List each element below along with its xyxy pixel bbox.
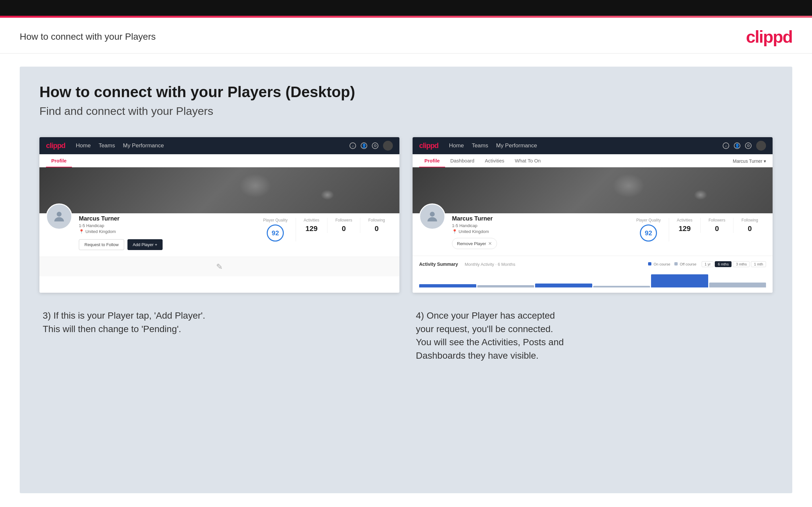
activity-summary: Activity Summary Monthly Activity · 6 Mo… <box>413 256 773 293</box>
left-nav-logo: clippd <box>46 142 65 150</box>
user-icon[interactable]: 👤 <box>361 143 367 149</box>
caption-left: 3) If this is your Player tap, 'Add Play… <box>39 309 399 362</box>
activity-header: Activity Summary Monthly Activity · 6 Mo… <box>419 261 766 267</box>
right-player-handicap: 1-5 Handicap <box>452 223 622 228</box>
chart-bar-6 <box>709 283 766 287</box>
activity-title-group: Activity Summary Monthly Activity · 6 Mo… <box>419 261 515 267</box>
left-player-location: 📍 United Kingdom <box>79 229 249 234</box>
filter-1mth[interactable]: 1 mth <box>751 261 766 267</box>
caption-right: 4) Once your Player has acceptedyour req… <box>413 309 773 362</box>
avatar-icon-svg <box>52 209 66 224</box>
screenshot-left: clippd Home Teams My Performance ⌕ 👤 ⚙ P… <box>39 137 399 293</box>
right-nav-teams[interactable]: Teams <box>472 143 488 149</box>
left-nav-icons: ⌕ 👤 ⚙ <box>350 141 393 151</box>
time-filters: 1 yr 6 mths 3 mths 1 mth <box>702 261 766 267</box>
tab-profile-right[interactable]: Profile <box>419 155 445 167</box>
clippd-logo: clippd <box>746 27 792 47</box>
request-follow-button[interactable]: Request to Follow <box>79 239 124 250</box>
top-bar <box>0 0 812 16</box>
right-quality-circle: 92 <box>640 224 657 241</box>
scroll-icon: ✎ <box>216 262 223 271</box>
right-nav-icons: ⌕ 👤 ⚙ <box>723 141 766 151</box>
caption-right-text: 4) Once your Player has acceptedyour req… <box>416 309 769 362</box>
right-player-details: Marcus Turner 1-5 Handicap 📍 United King… <box>452 204 622 249</box>
right-nav-home[interactable]: Home <box>449 143 464 149</box>
right-player-name: Marcus Turner <box>452 215 622 222</box>
left-stat-activities: Activities 129 <box>296 218 327 233</box>
user-icon-right[interactable]: 👤 <box>734 143 741 149</box>
left-nav-teams[interactable]: Teams <box>99 143 115 149</box>
right-stat-quality: Player Quality 92 <box>628 218 669 241</box>
player-dropdown[interactable]: Marcus Turner ▾ <box>733 155 766 167</box>
screenshot-right: clippd Home Teams My Performance ⌕ 👤 ⚙ P… <box>413 137 773 293</box>
on-course-legend: On course <box>648 262 670 266</box>
right-stat-following: Following 0 <box>733 218 766 233</box>
chevron-down-icon: ▾ <box>764 159 766 164</box>
chart-bar-3 <box>535 284 592 288</box>
tab-profile-left[interactable]: Profile <box>46 155 72 167</box>
screenshots-row: clippd Home Teams My Performance ⌕ 👤 ⚙ P… <box>39 137 773 293</box>
close-icon: ✕ <box>488 241 492 246</box>
settings-icon-right[interactable]: ⚙ <box>745 143 752 149</box>
left-buttons: Request to Follow Add Player + <box>79 239 249 250</box>
scroll-indicator: ✎ <box>39 257 399 276</box>
filter-3mths[interactable]: 3 mths <box>733 261 750 267</box>
right-stats: Player Quality 92 Activities 129 Followe… <box>628 204 766 241</box>
right-tabs: Profile Dashboard Activities What To On … <box>413 154 773 167</box>
left-stat-quality: Player Quality 92 <box>255 218 296 241</box>
search-icon-right[interactable]: ⌕ <box>723 143 729 149</box>
right-nav-myperformance[interactable]: My Performance <box>496 143 537 149</box>
chart-bar-2 <box>477 285 535 288</box>
right-nav-logo: clippd <box>419 142 439 150</box>
header-title: How to connect with your Players <box>20 32 156 42</box>
left-tabs: Profile <box>39 154 399 167</box>
left-nav-myperformance[interactable]: My Performance <box>123 143 164 149</box>
right-nav: clippd Home Teams My Performance ⌕ 👤 ⚙ <box>413 137 773 154</box>
header: How to connect with your Players clippd <box>0 18 812 54</box>
tab-whattoon-right[interactable]: What To On <box>509 155 546 167</box>
tab-activities-right[interactable]: Activities <box>479 155 509 167</box>
remove-player-button[interactable]: Remove Player ✕ <box>452 238 497 249</box>
caption-left-text: 3) If this is your Player tap, 'Add Play… <box>43 309 396 336</box>
right-player-location: 📍 United Kingdom <box>452 229 622 234</box>
left-player-name: Marcus Turner <box>79 215 249 222</box>
add-player-button[interactable]: Add Player + <box>128 239 163 250</box>
filter-1yr[interactable]: 1 yr <box>702 261 713 267</box>
left-avatar <box>46 204 72 230</box>
right-location-pin-icon: 📍 <box>452 229 457 234</box>
right-profile-info: Marcus Turner 1-5 Handicap 📍 United King… <box>413 204 773 256</box>
svg-point-0 <box>57 212 62 217</box>
right-avatar-icon-svg <box>425 209 440 224</box>
chart-bar-5 <box>651 274 708 287</box>
activity-chart <box>419 271 766 287</box>
avatar-icon[interactable] <box>383 141 393 151</box>
off-course-dot <box>674 262 678 266</box>
activity-subtitle: Monthly Activity · 6 Months <box>465 262 515 267</box>
settings-icon[interactable]: ⚙ <box>372 143 378 149</box>
left-player-handicap: 1-5 Handicap <box>79 223 249 228</box>
left-stat-followers: Followers 0 <box>327 218 360 233</box>
captions-row: 3) If this is your Player tap, 'Add Play… <box>39 309 773 362</box>
search-icon[interactable]: ⌕ <box>350 143 356 149</box>
right-avatar <box>419 204 445 230</box>
location-pin-icon: 📍 <box>79 229 84 234</box>
left-stat-following: Following 0 <box>360 218 393 233</box>
chart-bar-4 <box>593 286 650 287</box>
activity-legend: On course Off course <box>648 262 696 266</box>
avatar-icon-right[interactable] <box>756 141 766 151</box>
activity-title: Activity Summary <box>419 262 458 267</box>
main-subtitle: Find and connect with your Players <box>39 105 773 117</box>
tab-dashboard-right[interactable]: Dashboard <box>445 155 479 167</box>
left-player-details: Marcus Turner 1-5 Handicap 📍 United King… <box>79 204 249 250</box>
right-stat-followers: Followers 0 <box>701 218 733 233</box>
chart-bar-1 <box>419 284 476 287</box>
filter-6mths[interactable]: 6 mths <box>715 261 731 267</box>
left-nav: clippd Home Teams My Performance ⌕ 👤 ⚙ <box>39 137 399 154</box>
main-title: How to connect with your Players (Deskto… <box>39 83 773 101</box>
left-stats: Player Quality 92 Activities 129 Followe… <box>255 204 393 241</box>
main-content: How to connect with your Players (Deskto… <box>20 67 792 493</box>
left-nav-home[interactable]: Home <box>76 143 91 149</box>
left-profile-info: Marcus Turner 1-5 Handicap 📍 United King… <box>39 204 399 257</box>
on-course-dot <box>648 262 651 266</box>
quality-circle: 92 <box>267 224 284 241</box>
